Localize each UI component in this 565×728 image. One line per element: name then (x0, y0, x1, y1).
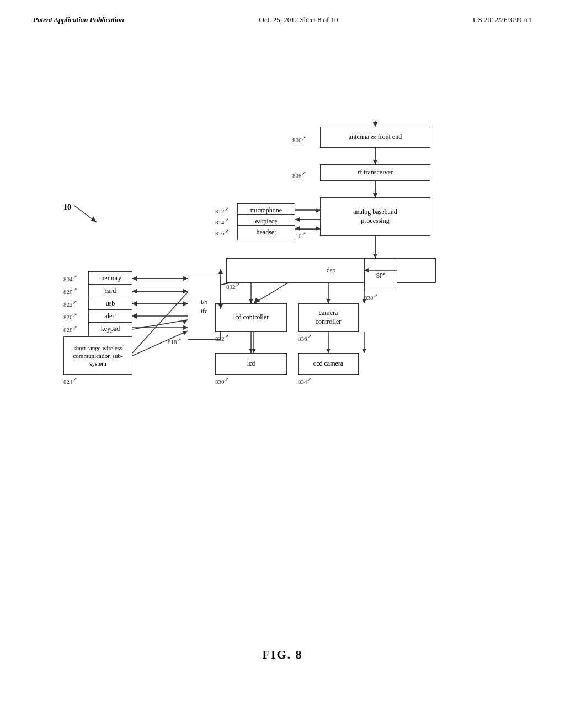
svg-marker-56 (316, 226, 320, 231)
svg-marker-57 (295, 226, 300, 231)
svg-marker-44 (373, 122, 377, 127)
box-ccd-camera: ccd camera (298, 353, 359, 375)
ref-818: 818↗ (168, 336, 182, 345)
ref-822: 822↗ (63, 299, 77, 308)
svg-line-73 (132, 320, 188, 329)
header-right: US 2012/269099 A1 (473, 15, 532, 24)
svg-marker-25 (183, 276, 188, 281)
svg-marker-74 (182, 320, 188, 324)
box-headset: headset (237, 225, 295, 240)
box-short-range: short range wireless communication sub- … (63, 336, 132, 375)
ref-834: 834↗ (298, 376, 312, 385)
page-header: Patent Application Publication Oct. 25, … (0, 0, 565, 24)
ref-828: 828↗ (63, 324, 77, 333)
label-10-arrow (69, 203, 102, 225)
svg-marker-61 (218, 269, 223, 274)
svg-marker-15 (254, 298, 260, 303)
svg-marker-78 (249, 299, 253, 303)
svg-marker-54 (295, 217, 300, 222)
svg-marker-28 (183, 289, 188, 293)
svg-marker-36 (183, 325, 188, 330)
svg-marker-80 (249, 349, 253, 353)
ref-806: 806↗ (292, 135, 306, 143)
ref-808: 808↗ (292, 170, 306, 179)
svg-marker-34 (132, 313, 137, 318)
svg-marker-67 (132, 289, 137, 293)
box-lcd-controller: lcd controller (215, 303, 287, 332)
box-lcd: lcd (215, 353, 287, 375)
ref-804: 804↗ (63, 274, 77, 282)
ref-820: 820↗ (63, 286, 77, 295)
svg-marker-52 (316, 208, 320, 213)
svg-marker-82 (326, 299, 331, 303)
box-gps: gps (364, 258, 397, 291)
box-keypad: keypad (88, 322, 132, 336)
ref-836: 836↗ (298, 333, 312, 342)
diagram-area: 10 antenna & front end 806↗ rf transceiv… (33, 121, 530, 552)
svg-marker-31 (183, 301, 188, 306)
box-antenna: antenna & front end (320, 127, 430, 148)
svg-marker-17 (252, 349, 256, 353)
svg-marker-66 (183, 289, 188, 293)
ref-816: 816↗ (215, 228, 229, 237)
ref-812: 812↗ (215, 206, 229, 215)
svg-marker-21 (362, 349, 366, 353)
figure-caption: FIG. 8 (262, 647, 302, 662)
ref-824: 824↗ (63, 376, 77, 385)
svg-marker-46 (373, 160, 377, 164)
svg-marker-32 (132, 301, 137, 306)
ref-838: 838↗ (364, 292, 378, 301)
ref-802: 802↗ (226, 281, 240, 290)
ref-832: 832↗ (215, 333, 229, 342)
box-analog-baseband: analog baseband processing (320, 197, 430, 236)
svg-marker-63 (183, 276, 188, 281)
svg-marker-1 (373, 160, 377, 164)
ref-826: 826↗ (63, 312, 77, 320)
svg-marker-42 (91, 216, 97, 222)
ref-814: 814↗ (215, 217, 229, 226)
svg-marker-76 (182, 331, 188, 335)
box-dsp: dsp (226, 258, 436, 283)
box-camera-controller: camera controller (298, 303, 359, 332)
svg-marker-72 (132, 314, 137, 319)
svg-marker-26 (132, 276, 137, 281)
header-center: Oct. 25, 2012 Sheet 8 of 10 (259, 15, 338, 24)
svg-marker-69 (183, 302, 188, 306)
svg-marker-64 (132, 276, 137, 281)
header-left: Patent Application Publication (33, 15, 124, 24)
svg-marker-50 (373, 254, 377, 258)
svg-marker-29 (132, 289, 137, 293)
svg-marker-5 (373, 254, 377, 258)
svg-marker-70 (132, 302, 137, 306)
box-rf-transceiver: rf transceiver (320, 164, 430, 181)
svg-marker-3 (373, 193, 377, 197)
ref-830: 830↗ (215, 376, 229, 385)
svg-marker-48 (373, 193, 377, 197)
svg-marker-84 (326, 349, 331, 353)
